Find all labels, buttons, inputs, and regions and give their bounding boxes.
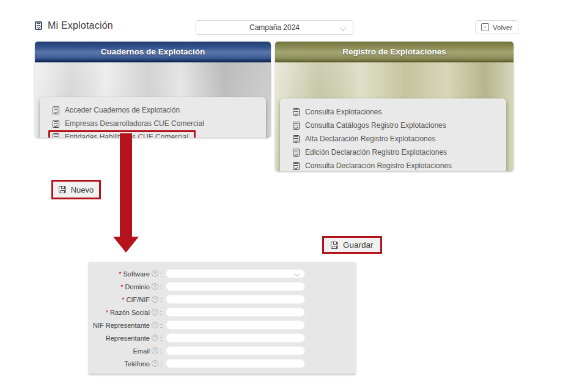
- guardar-button[interactable]: Guardar: [324, 238, 380, 252]
- registro-menu-item-label: Consulta Catálogos Registro Explotacione…: [305, 121, 446, 130]
- chevron-down-icon: [339, 24, 346, 31]
- help-icon[interactable]: ?: [152, 347, 158, 354]
- mi-explotacion-screen: Mi Explotación Campaña 2024 ‹ Volver Cua…: [0, 0, 571, 392]
- campaign-select[interactable]: Campaña 2024: [196, 20, 353, 35]
- page-title: Mi Explotación: [48, 20, 113, 31]
- form-row-email: Email?:: [89, 346, 356, 355]
- field-label-razon-social: *Razón Social?:: [89, 309, 162, 316]
- document-list-icon: [293, 149, 300, 157]
- field-label-text: NIF Representante: [93, 322, 150, 329]
- registro-menu-item-label: Edición Declaración Registro Explotacion…: [305, 148, 447, 157]
- representante-input[interactable]: [166, 333, 305, 342]
- cuadernos-menu-item[interactable]: Empresas Desarrolladoras CUE Comercial: [53, 119, 204, 128]
- registro-menu-row: Consulta Declaración Registro Explotacio…: [293, 159, 506, 171]
- notebook-icon: [35, 21, 42, 30]
- entidad-form-panel: *Software?:*Dominio?:*CIF/NIF?:*Razón So…: [89, 262, 356, 374]
- new-document-icon: [59, 186, 66, 193]
- nuevo-button[interactable]: Nuevo: [53, 182, 99, 198]
- page-title-wrap: Mi Explotación: [35, 20, 113, 31]
- volver-button-label: Volver: [493, 24, 512, 31]
- form-row-telefono: Teléfono?:: [89, 359, 356, 368]
- label-colon: :: [160, 309, 162, 316]
- cuadernos-menu-item-label: Acceder Cuadernos de Explotación: [65, 106, 180, 114]
- registro-menu-item[interactable]: Consulta Explotaciones: [293, 108, 381, 116]
- cuadernos-panel-body: Acceder Cuadernos de ExplotaciónEmpresas…: [35, 62, 271, 138]
- telefono-input[interactable]: [166, 359, 305, 368]
- cuadernos-panel: Cuadernos de Explotación Acceder Cuadern…: [35, 42, 271, 138]
- help-icon[interactable]: ?: [152, 322, 158, 328]
- help-icon[interactable]: ?: [152, 335, 158, 341]
- field-label-text: CIF/NIF: [126, 296, 150, 303]
- cif-nif-input[interactable]: [166, 295, 305, 304]
- nif-representante-input[interactable]: [166, 320, 305, 330]
- nuevo-button-label: Nuevo: [71, 185, 94, 194]
- field-label-text: Software: [123, 270, 150, 278]
- software-select[interactable]: [166, 269, 305, 278]
- cuadernos-menu-row: Empresas Desarrolladoras CUE Comercial: [53, 117, 266, 130]
- registro-menu-card: Consulta ExplotacionesConsulta Catálogos…: [280, 98, 506, 171]
- help-icon[interactable]: ?: [152, 360, 158, 367]
- label-colon: :: [160, 347, 162, 355]
- help-icon[interactable]: ?: [152, 283, 158, 290]
- form-rows: *Software?:*Dominio?:*CIF/NIF?:*Razón So…: [89, 269, 356, 368]
- form-row-razon-social: *Razón Social?:: [89, 308, 356, 317]
- field-label-representante: Representante?:: [89, 335, 162, 342]
- razon-social-input[interactable]: [166, 308, 305, 317]
- field-label-nif-representante: NIF Representante?:: [89, 322, 162, 329]
- form-row-representante: Representante?:: [89, 333, 356, 342]
- volver-button[interactable]: ‹ Volver: [475, 20, 518, 34]
- field-label-text: Dominio: [125, 283, 150, 290]
- field-label-email: Email?:: [89, 347, 162, 355]
- help-icon[interactable]: ?: [152, 296, 158, 303]
- required-marker: *: [119, 270, 121, 278]
- registro-menu-item[interactable]: Edición Declaración Registro Explotacion…: [293, 148, 447, 157]
- cuadernos-menu-row: Acceder Cuadernos de Explotación: [53, 103, 266, 117]
- dominio-input[interactable]: [166, 282, 305, 291]
- guardar-button-label: Guardar: [343, 240, 374, 250]
- annotation-arrow-head: [113, 237, 139, 253]
- registro-menu-row: Edición Declaración Registro Explotacion…: [293, 146, 506, 159]
- document-list-icon: [53, 106, 59, 114]
- help-icon[interactable]: ?: [152, 270, 158, 277]
- cuadernos-menu-row: Entidades Habilitadas CUE Comercial: [53, 130, 266, 138]
- registro-menu-row: Consulta Explotaciones: [293, 105, 506, 119]
- back-arrow-icon: ‹: [481, 23, 489, 31]
- label-colon: :: [160, 335, 162, 342]
- required-marker: *: [120, 283, 123, 290]
- required-marker: *: [106, 309, 108, 316]
- form-row-nif-representante: NIF Representante?:: [89, 320, 356, 330]
- label-colon: :: [160, 322, 162, 329]
- document-list-icon: [53, 120, 59, 128]
- nuevo-highlight-box: Nuevo: [51, 180, 101, 199]
- form-row-dominio: *Dominio?:: [89, 282, 356, 291]
- registro-panel: Registro de Explotaciones Consulta Explo…: [275, 42, 514, 171]
- registro-panel-title: Registro de Explotaciones: [342, 47, 446, 56]
- help-icon[interactable]: ?: [152, 309, 158, 316]
- document-list-icon: [293, 122, 300, 130]
- cuadernos-panel-title: Cuadernos de Explotación: [101, 47, 205, 56]
- document-list-icon: [293, 108, 300, 116]
- field-label-dominio: *Dominio?:: [89, 283, 162, 290]
- label-colon: :: [160, 270, 162, 278]
- registro-panel-header: Registro de Explotaciones: [275, 42, 514, 62]
- registro-menu-item[interactable]: Alta Declaración Registro Explotaciones: [293, 135, 435, 143]
- registro-menu-item[interactable]: Consulta Catálogos Registro Explotacione…: [293, 121, 446, 130]
- guardar-highlight-box: Guardar: [322, 236, 382, 254]
- label-colon: :: [160, 283, 162, 290]
- field-label-telefono: Teléfono?:: [89, 360, 162, 368]
- document-list-icon: [293, 135, 300, 143]
- field-label-text: Teléfono: [124, 360, 150, 368]
- registro-menu-item-label: Consulta Explotaciones: [305, 108, 381, 116]
- registro-menu-item[interactable]: Consulta Declaración Registro Explotacio…: [293, 161, 452, 170]
- document-list-icon: [53, 133, 59, 138]
- cuadernos-menu-item[interactable]: Acceder Cuadernos de Explotación: [53, 106, 180, 114]
- registro-menu-row: Consulta Catálogos Registro Explotacione…: [293, 119, 506, 132]
- field-label-text: Representante: [106, 335, 150, 342]
- label-colon: :: [160, 360, 162, 368]
- cuadernos-menu-card: Acceder Cuadernos de ExplotaciónEmpresas…: [40, 97, 266, 138]
- document-list-icon: [293, 162, 300, 170]
- registro-menu-row: Alta Declaración Registro Explotaciones: [293, 132, 506, 146]
- email-input[interactable]: [166, 346, 305, 355]
- chevron-down-icon: [294, 271, 300, 277]
- cuadernos-panel-header: Cuadernos de Explotación: [35, 42, 271, 62]
